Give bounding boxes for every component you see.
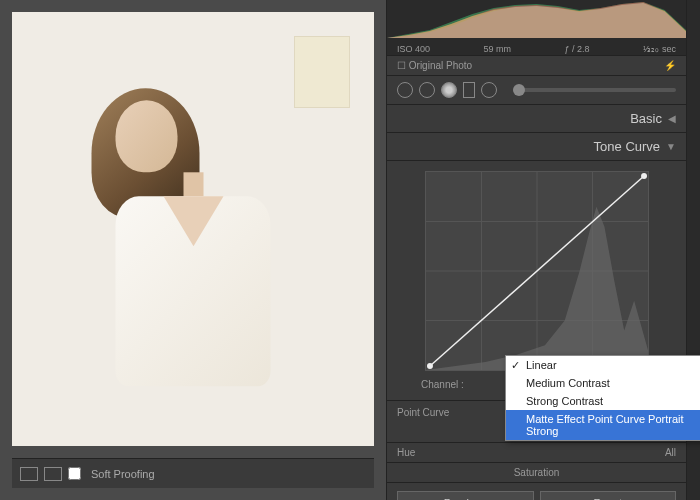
photo-preview[interactable] [12, 12, 374, 446]
view-icon[interactable] [20, 467, 38, 481]
focal-label: 59 mm [484, 44, 512, 54]
subject-figure [116, 100, 271, 386]
iso-label: ISO 400 [397, 44, 430, 54]
radial-tool-icon[interactable] [481, 82, 497, 98]
point-curve-label: Point Curve [397, 407, 449, 418]
previous-button[interactable]: Previous [397, 491, 534, 500]
dropdown-item-strong[interactable]: Strong Contrast [506, 392, 700, 410]
basic-panel-header[interactable]: Basic ◀ [387, 105, 686, 133]
dropdown-item-linear[interactable]: Linear [506, 356, 700, 374]
redeye-tool-icon[interactable] [441, 82, 457, 98]
hue-label[interactable]: Hue [397, 447, 415, 458]
chevron-left-icon: ◀ [668, 113, 676, 124]
chevron-down-icon: ▼ [666, 141, 676, 152]
svg-point-7 [426, 363, 432, 369]
original-photo-checkbox[interactable]: ☐ [397, 60, 406, 71]
spot-tool-icon[interactable] [419, 82, 435, 98]
tone-curve-graph[interactable] [425, 171, 649, 371]
all-label[interactable]: All [665, 447, 676, 458]
develop-panel: ISO 400 59 mm ƒ / 2.8 ¹⁄₃₂₀ sec ☐ Origin… [386, 0, 686, 500]
soft-proofing-checkbox[interactable] [68, 467, 81, 480]
crop-tool-icon[interactable] [397, 82, 413, 98]
point-curve-dropdown[interactable]: Linear Medium Contrast Strong Contrast M… [505, 355, 700, 441]
wall-panel [294, 36, 350, 108]
point-curve-row: Point Curve Linear Medium Contrast Stron… [387, 401, 686, 423]
aperture-label: ƒ / 2.8 [564, 44, 589, 54]
canvas-area: Soft Proofing [0, 0, 386, 500]
tone-curve-panel-header[interactable]: Tone Curve ▼ [387, 133, 686, 161]
local-adjustment-tools [387, 76, 686, 105]
mask-slider[interactable] [513, 88, 676, 92]
original-photo-label: Original Photo [409, 60, 472, 71]
soft-proofing-label: Soft Proofing [91, 468, 155, 480]
view-icon-2[interactable] [44, 467, 62, 481]
dropdown-item-medium[interactable]: Medium Contrast [506, 374, 700, 392]
dropdown-item-matte[interactable]: Matte Effect Point Curve Portrait Strong [506, 410, 700, 440]
bottom-toolbar: Soft Proofing [12, 458, 374, 488]
svg-point-8 [641, 173, 647, 179]
saturation-label[interactable]: Saturation [387, 462, 686, 482]
shutter-label: ¹⁄₃₂₀ sec [643, 44, 676, 54]
grad-tool-icon[interactable] [463, 82, 475, 98]
histogram[interactable]: ISO 400 59 mm ƒ / 2.8 ¹⁄₃₂₀ sec [387, 0, 686, 56]
channel-label: Channel : [421, 379, 464, 390]
reset-button[interactable]: Reset [540, 491, 677, 500]
flash-icon[interactable]: ⚡ [664, 60, 676, 71]
